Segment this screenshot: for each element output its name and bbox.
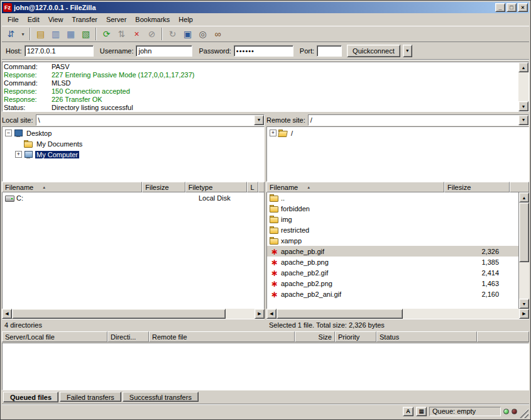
connect-dropdown-icon[interactable]: ▾ — [19, 27, 27, 41]
scroll-right-icon[interactable]: ▶ — [519, 309, 529, 319]
remote-vscroll-track[interactable] — [519, 202, 529, 299]
remote-vscrollbar[interactable]: ▲ ▼ — [519, 192, 529, 309]
remote-tree-item[interactable]: +/ — [267, 128, 528, 138]
file-row[interactable]: forbidden — [267, 203, 518, 214]
local-tree-icon[interactable]: ▦ — [63, 27, 78, 41]
port-input[interactable] — [317, 45, 342, 57]
password-input[interactable] — [234, 45, 293, 57]
queue-column-header-remote-file[interactable]: Remote file — [149, 331, 295, 342]
remote-directory-tree[interactable]: +/ — [266, 126, 529, 182]
maximize-button[interactable]: □ — [506, 3, 517, 12]
queue-column-header-priority[interactable]: Priority — [335, 331, 376, 342]
refresh-icon[interactable]: ⟳ — [99, 27, 114, 41]
file-row[interactable]: C:Local Disk — [3, 192, 264, 203]
disconnect-icon[interactable]: ⊘ — [145, 27, 159, 41]
message-log: Command:PASVResponse:227 Entering Passiv… — [3, 62, 518, 111]
quickconnect-button[interactable]: Quickconnect — [347, 45, 400, 57]
menu-view[interactable]: View — [44, 14, 68, 25]
tree-expander-plus-icon[interactable]: + — [270, 130, 276, 136]
cancel-icon[interactable]: × — [129, 27, 144, 41]
tab-queued-files[interactable]: Queued files — [3, 392, 58, 402]
transfer-queue[interactable] — [2, 343, 529, 390]
log-scroll-track[interactable] — [518, 72, 528, 101]
process-queue-icon[interactable]: ⇅ — [114, 27, 129, 41]
local-hscroll-track[interactable] — [12, 309, 255, 319]
scroll-up-icon[interactable]: ▲ — [519, 192, 529, 202]
title-bar[interactable]: Fz john@127.0.0.1 - FileZilla _□× — [2, 2, 529, 13]
column-header-filesize[interactable]: Filesize — [444, 182, 510, 192]
file-row[interactable]: restricted — [267, 224, 518, 235]
local-hscrollbar[interactable]: ◀ ▶ — [2, 309, 265, 319]
remote-file-list[interactable]: ..forbiddenimgrestrictedxamppapache_pb.g… — [266, 192, 529, 309]
connect-icon[interactable]: ⇵ — [4, 27, 18, 41]
chevron-down-icon[interactable]: ▾ — [518, 115, 528, 125]
remote-tree-icon[interactable]: ▧ — [79, 27, 93, 41]
menu-bookmarks[interactable]: Bookmarks — [131, 14, 174, 25]
local-tree-item[interactable]: −Desktop — [3, 128, 264, 138]
menu-server[interactable]: Server — [102, 14, 131, 25]
local-site-combo[interactable]: \ ▾ — [36, 114, 265, 126]
resize-grip[interactable] — [520, 408, 528, 418]
local-tree-item[interactable]: +My Computer — [3, 149, 264, 160]
scroll-up-icon[interactable]: ▲ — [518, 62, 528, 72]
site-manager-icon[interactable]: ▤ — [33, 27, 48, 41]
close-button[interactable]: × — [518, 3, 528, 12]
file-row[interactable]: apache_pb2.png1,463 — [267, 278, 518, 289]
scroll-right-icon[interactable]: ▶ — [255, 309, 265, 319]
scroll-down-icon[interactable]: ▼ — [519, 299, 529, 309]
username-input[interactable] — [136, 45, 192, 57]
filter-icon[interactable]: ∞ — [211, 27, 225, 41]
queue-column-header-size[interactable]: Size — [295, 331, 335, 342]
remote-site-combo[interactable]: / ▾ — [308, 114, 529, 126]
ascii-mode-icon[interactable]: A — [403, 407, 413, 416]
minimize-button[interactable]: _ — [495, 3, 505, 12]
message-log-icon[interactable]: ▥ — [48, 27, 63, 41]
local-file-rows[interactable]: C:Local Disk — [2, 192, 265, 309]
column-header-filename[interactable]: Filename▲ — [2, 182, 142, 192]
local-hscroll-thumb[interactable] — [12, 309, 226, 319]
remote-file-rows[interactable]: ..forbiddenimgrestrictedxamppapache_pb.g… — [266, 192, 519, 309]
file-row[interactable]: apache_pb2_ani.gif2,160 — [267, 289, 518, 299]
queue-tabs: Queued filesFailed transfersSuccessful t… — [2, 391, 529, 404]
host-input[interactable] — [25, 45, 94, 57]
file-row[interactable]: apache_pb.png1,385 — [267, 257, 518, 267]
tree-expander-plus-icon[interactable]: + — [15, 151, 22, 158]
scroll-left-icon[interactable]: ◀ — [266, 309, 276, 319]
find-files-icon[interactable]: ◎ — [195, 27, 210, 41]
quickconnect-dropdown[interactable]: ▾ — [403, 45, 412, 57]
keypad-icon[interactable]: ▦ — [416, 407, 427, 416]
remote-hscroll-track[interactable] — [276, 309, 519, 319]
menu-edit[interactable]: Edit — [23, 14, 44, 25]
sort-asc-icon: ▲ — [42, 185, 46, 189]
file-row[interactable]: xampp — [267, 235, 518, 246]
file-row[interactable]: .. — [267, 192, 518, 203]
queue-column-header-status[interactable]: Status — [376, 331, 477, 342]
remote-vscroll-thumb[interactable] — [519, 202, 529, 262]
reconnect-icon[interactable]: ↻ — [165, 27, 180, 41]
directory-comparison-icon[interactable]: ▣ — [180, 27, 195, 41]
tab-successful-transfers[interactable]: Successful transfers — [123, 392, 199, 402]
tree-expander-minus-icon[interactable]: − — [5, 130, 12, 136]
file-row[interactable]: apache_pb.gif2,326 — [267, 246, 518, 257]
scroll-left-icon[interactable]: ◀ — [2, 309, 12, 319]
remote-hscroll-thumb[interactable] — [276, 309, 403, 319]
log-scrollbar[interactable]: ▲ ▼ — [518, 62, 528, 111]
column-header-filesize[interactable]: Filesize — [142, 182, 185, 192]
menu-help[interactable]: Help — [174, 14, 197, 25]
scroll-down-icon[interactable]: ▼ — [518, 101, 528, 111]
remote-hscrollbar[interactable]: ◀ ▶ — [266, 309, 529, 319]
column-header-l[interactable]: L — [247, 182, 258, 192]
tab-failed-transfers[interactable]: Failed transfers — [60, 392, 121, 402]
column-header-filetype[interactable]: Filetype — [185, 182, 248, 192]
file-row[interactable]: img — [267, 214, 518, 224]
queue-column-header-server-local-file[interactable]: Server/Local file — [2, 331, 107, 342]
menu-file[interactable]: File — [3, 14, 23, 25]
local-directory-tree[interactable]: −DesktopMy Documents+My Computer — [2, 126, 265, 182]
column-header-filename[interactable]: Filename▲ — [266, 182, 444, 192]
queue-column-header-directi[interactable]: Directi... — [107, 331, 149, 342]
chevron-down-icon[interactable]: ▾ — [254, 115, 264, 125]
local-tree-item[interactable]: My Documents — [3, 138, 264, 149]
local-file-list[interactable]: C:Local Disk — [2, 192, 265, 309]
menu-transfer[interactable]: Transfer — [67, 14, 102, 25]
file-row[interactable]: apache_pb2.gif2,414 — [267, 267, 518, 278]
